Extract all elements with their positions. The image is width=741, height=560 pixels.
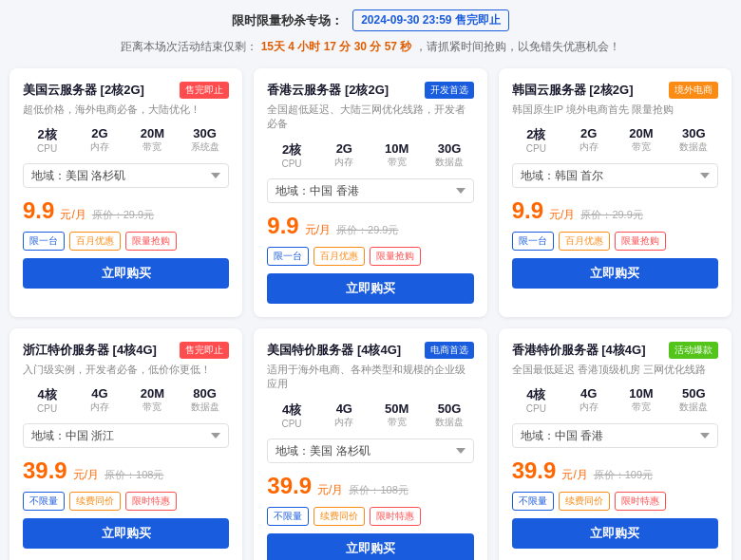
product-tag[interactable]: 百月优惠 — [69, 232, 121, 251]
buy-button[interactable]: 立即购买 — [267, 533, 473, 560]
spec-item: 4G 内存 — [75, 386, 124, 414]
region-select[interactable]: 地域：中国 香港 — [512, 423, 718, 448]
price-original: 原价：108元 — [104, 468, 163, 482]
price-row: 9.9 元/月 原价：29.9元 — [512, 197, 718, 224]
spec-label: CPU — [512, 403, 560, 414]
product-tag[interactable]: 续费同价 — [559, 492, 610, 511]
spec-value: 4核 — [267, 401, 315, 419]
spec-label: 内存 — [75, 401, 124, 414]
spec-label: 内存 — [564, 401, 613, 414]
region-select[interactable]: 地域：美国 洛杉矶 — [267, 439, 473, 463]
product-tag[interactable]: 限量抢购 — [370, 247, 421, 266]
spec-value: 20M — [128, 126, 177, 140]
spec-label: CPU — [512, 143, 560, 154]
spec-item: 4G 内存 — [564, 386, 613, 414]
product-tag[interactable]: 限一台 — [512, 232, 554, 251]
specs-grid: 2核 CPU 2G 内存 20M 带宽 30G 数据盘 — [512, 126, 718, 154]
buy-button[interactable]: 立即购买 — [512, 518, 718, 549]
buy-button[interactable]: 立即购买 — [512, 258, 718, 289]
product-card: 香港云服务器 [2核2G] 开发首选 全国超低延迟、大陆三网优化线路，开发者必备… — [254, 68, 486, 317]
product-tag[interactable]: 百月优惠 — [559, 232, 610, 251]
spec-item: 4核 CPU — [267, 401, 315, 429]
product-tag[interactable]: 限时特惠 — [125, 492, 177, 511]
product-tag[interactable]: 续费同价 — [314, 507, 365, 526]
price-main: 9.9 — [23, 197, 54, 224]
spec-label: 数据盘 — [425, 156, 473, 169]
region-select[interactable]: 地域：韩国 首尔 — [512, 163, 718, 188]
price-row: 39.9 元/月 原价：108元 — [267, 473, 473, 499]
spec-label: 带宽 — [372, 416, 421, 429]
product-tag[interactable]: 限一台 — [267, 247, 309, 266]
region-select[interactable]: 地域：美国 洛杉矶 — [23, 163, 229, 188]
tags-row: 不限量 续费同价 限时特惠 — [512, 492, 718, 511]
price-main: 9.9 — [267, 213, 298, 239]
spec-value: 4G — [564, 386, 613, 401]
spec-item: 2G 内存 — [75, 126, 124, 154]
region-select[interactable]: 地域：中国 香港 — [267, 178, 473, 203]
spec-label: 带宽 — [617, 140, 665, 154]
spec-value: 2G — [564, 126, 613, 140]
spec-item: 4G 内存 — [320, 401, 369, 429]
buy-button[interactable]: 立即购买 — [23, 258, 229, 289]
product-tag[interactable]: 限时特惠 — [370, 507, 421, 526]
tags-row: 限一台 百月优惠 限量抢购 — [512, 232, 718, 251]
card-header: 香港特价服务器 [4核4G] 活动爆款 — [512, 342, 718, 359]
spec-item: 30G 数据盘 — [670, 126, 718, 154]
spec-item: 10M 带宽 — [617, 386, 665, 414]
product-card: 韩国云服务器 [2核2G] 境外电商 韩国原生IP 境外电商首先 限量抢购 2核… — [499, 68, 732, 317]
card-header: 美国特价服务器 [4核4G] 电商首选 — [267, 342, 473, 359]
buy-button[interactable]: 立即购买 — [23, 518, 229, 549]
spec-value: 30G — [670, 126, 718, 140]
price-row: 39.9 元/月 原价：108元 — [23, 457, 229, 484]
product-tag[interactable]: 不限量 — [267, 507, 309, 526]
spec-value: 2G — [320, 141, 369, 156]
spec-value: 2核 — [23, 126, 71, 143]
spec-label: 系统盘 — [180, 140, 229, 154]
banner-time: 2024-09-30 23:59 售完即止 — [352, 9, 509, 31]
spec-label: 数据盘 — [670, 140, 718, 154]
spec-item: 80G 数据盘 — [180, 386, 229, 414]
spec-label: 内存 — [564, 140, 613, 154]
card-title: 美国云服务器 [2核2G] — [23, 82, 144, 99]
card-header: 美国云服务器 [2核2G] 售完即止 — [23, 82, 229, 99]
specs-grid: 4核 CPU 4G 内存 20M 带宽 80G 数据盘 — [23, 386, 229, 414]
product-tag[interactable]: 限量抢购 — [125, 232, 177, 251]
spec-item: 2核 CPU — [512, 126, 560, 154]
price-unit: 元/月 — [73, 467, 99, 483]
spec-value: 30G — [425, 141, 473, 156]
spec-label: 带宽 — [617, 401, 665, 414]
tags-row: 限一台 百月优惠 限量抢购 — [23, 232, 229, 251]
card-badge: 售完即止 — [180, 342, 229, 359]
product-tag[interactable]: 限量抢购 — [615, 232, 666, 251]
product-tag[interactable]: 百月优惠 — [314, 247, 365, 266]
price-original: 原价：109元 — [594, 468, 653, 482]
spec-value: 10M — [372, 141, 421, 156]
product-tag[interactable]: 不限量 — [23, 492, 65, 511]
product-card: 美国特价服务器 [4核4G] 电商首选 适用于海外电商、各种类型和规模的企业级应… — [254, 328, 486, 560]
spec-item: 2核 CPU — [23, 126, 71, 154]
product-tag[interactable]: 限一台 — [23, 232, 65, 251]
spec-value: 50G — [670, 386, 718, 401]
sub-banner: 距离本场次活动结束仅剩： 15天 4 小时 17 分 30 分 57 秒 ，请抓… — [10, 39, 732, 55]
card-desc: 入门级实例，开发者必备，低价你更低！ — [23, 363, 229, 377]
sub-prefix: 距离本场次活动结束仅剩： — [121, 40, 257, 53]
product-tag[interactable]: 续费同价 — [69, 492, 121, 511]
price-original: 原价：29.9元 — [92, 208, 154, 222]
spec-item: 2G 内存 — [564, 126, 613, 154]
specs-grid: 2核 CPU 2G 内存 20M 带宽 30G 系统盘 — [23, 126, 229, 154]
product-card: 香港特价服务器 [4核4G] 活动爆款 全国最低延迟 香港顶级机房 三网优化线路… — [499, 328, 732, 560]
spec-item: 10M 带宽 — [372, 141, 421, 169]
spec-item: 20M 带宽 — [128, 126, 177, 154]
product-tag[interactable]: 限时特惠 — [615, 492, 666, 511]
card-header: 香港云服务器 [2核2G] 开发首选 — [267, 82, 473, 99]
buy-button[interactable]: 立即购买 — [267, 273, 473, 304]
price-main: 39.9 — [512, 457, 557, 484]
card-desc: 超低价格，海外电商必备，大陆优化！ — [23, 103, 229, 117]
card-title: 香港云服务器 [2核2G] — [267, 82, 389, 99]
region-select[interactable]: 地域：中国 浙江 — [23, 423, 229, 448]
spec-label: 数据盘 — [425, 416, 473, 429]
countdown: 15天 4 小时 17 分 30 分 57 秒 — [261, 40, 412, 53]
card-desc: 全国最低延迟 香港顶级机房 三网优化线路 — [512, 363, 718, 377]
product-tag[interactable]: 不限量 — [512, 492, 554, 511]
spec-label: CPU — [23, 143, 71, 154]
